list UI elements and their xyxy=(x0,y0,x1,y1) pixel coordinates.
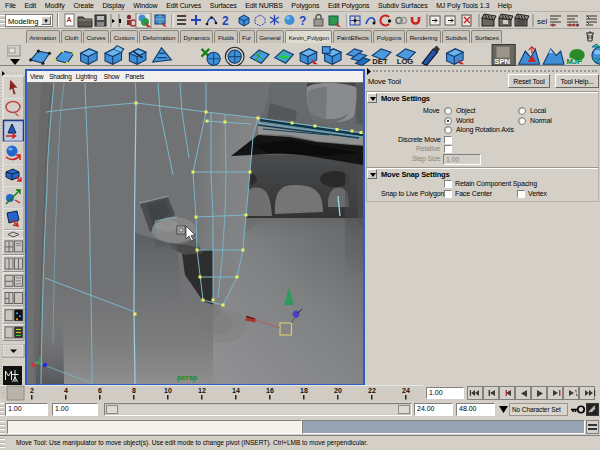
svg-text:y: y xyxy=(37,357,41,365)
svg-text:18: 18 xyxy=(300,387,308,394)
svg-text:16: 16 xyxy=(266,387,274,394)
svg-text:10: 10 xyxy=(164,387,172,394)
svg-text:sel: sel xyxy=(537,17,547,26)
svg-text:persp: persp xyxy=(177,373,198,382)
svg-text:?: ? xyxy=(299,14,306,28)
svg-text:MJP: MJP xyxy=(566,57,582,66)
svg-text:DET: DET xyxy=(372,57,388,66)
svg-text:8: 8 xyxy=(132,387,136,394)
svg-text:2: 2 xyxy=(30,387,34,394)
svg-text:2: 2 xyxy=(222,14,229,28)
svg-text:SPN: SPN xyxy=(494,57,510,66)
svg-text:14: 14 xyxy=(232,387,240,394)
svg-text:22: 22 xyxy=(368,387,376,394)
svg-text:6: 6 xyxy=(98,387,102,394)
svg-text:LOG: LOG xyxy=(397,57,414,66)
svg-text:24: 24 xyxy=(402,387,410,394)
svg-text:4: 4 xyxy=(64,387,68,394)
svg-text:12: 12 xyxy=(198,387,206,394)
svg-text:20: 20 xyxy=(334,387,342,394)
